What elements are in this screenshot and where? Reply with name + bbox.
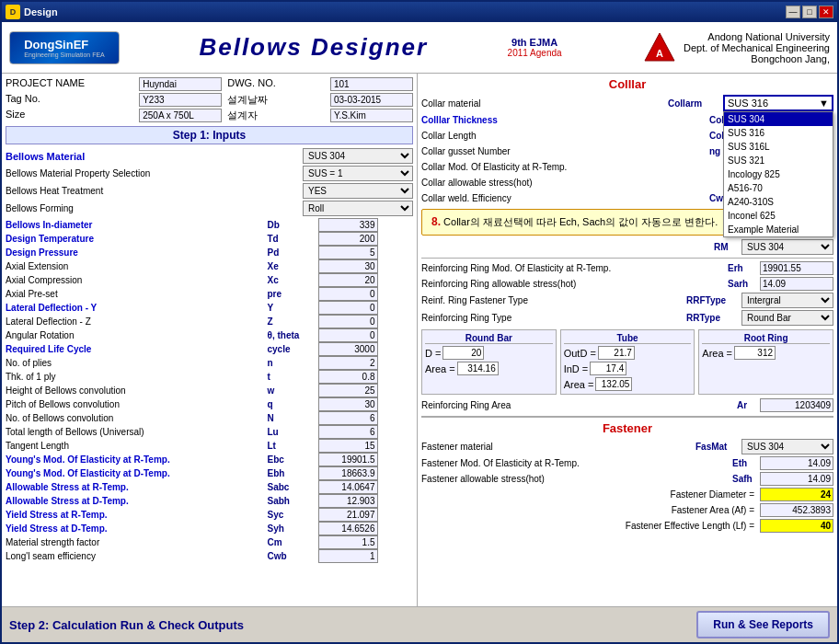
input-field-15[interactable] <box>318 425 378 439</box>
input-field-12[interactable] <box>318 384 378 397</box>
collar-option-sus316l[interactable]: SUS 316L <box>724 140 833 154</box>
input-field-24[interactable] <box>318 549 378 563</box>
input-sym-13: q <box>268 397 318 411</box>
input-field-1[interactable] <box>318 232 378 246</box>
input-val-cell-9 <box>318 342 414 356</box>
input-label-8: Angular Rotation <box>6 328 268 342</box>
input-field-17[interactable] <box>318 453 378 466</box>
fastener-type-select[interactable]: Intergral <box>741 293 833 308</box>
fastener-diameter-input[interactable] <box>760 488 833 501</box>
ring-allowable-label: Reinforcing Ring allowable stress(hot) <box>421 279 728 289</box>
collar-option-example[interactable]: Example Material <box>724 223 833 236</box>
fastener-allowable-input[interactable] <box>760 472 833 486</box>
designer-label: 설계날짜 <box>227 93 325 107</box>
ring-elasticity-sym: Erh <box>728 263 760 273</box>
tube-outd-input[interactable] <box>598 346 635 360</box>
table-row: Long'l seam efficiency Cwb <box>6 549 413 563</box>
fastener-elasticity-row: Fastener Mod. Of Elasticity at R-Temp. E… <box>421 456 833 470</box>
input-field-13[interactable] <box>318 397 378 411</box>
collar-material-row: Collar material Collarm SUS 316 ▼ SUS 30… <box>421 95 833 111</box>
close-button[interactable]: ✕ <box>819 6 833 18</box>
bellows-heat-select[interactable]: YES <box>303 183 413 199</box>
input-field-16[interactable] <box>318 439 378 453</box>
input-field-9[interactable] <box>318 342 378 356</box>
input-label-3: Axial Extension <box>6 259 268 273</box>
input-sym-17: Ebc <box>268 453 318 466</box>
input-sym-19: Sabc <box>268 480 318 494</box>
ring-type-select[interactable]: Round Bar <box>741 310 833 326</box>
table-row: Required Life Cycle cycle <box>6 342 413 356</box>
input-val-cell-3 <box>318 259 414 273</box>
app-icon: D <box>6 5 20 19</box>
bellows-prop-row: Bellows Material Property Selection SUS … <box>6 166 413 181</box>
input-val-cell-20 <box>318 494 414 508</box>
collar-option-inconel[interactable]: Inconel 625 <box>724 209 833 223</box>
fastener-efflength-input[interactable] <box>760 519 833 533</box>
bellows-prop-select[interactable]: SUS = 1 <box>303 166 413 181</box>
input-val-cell-15 <box>318 425 414 439</box>
collar-option-incology[interactable]: Incology 825 <box>724 167 833 181</box>
input-field-2[interactable] <box>318 246 378 259</box>
input-field-5[interactable] <box>318 287 378 301</box>
input-sym-6: Y <box>268 301 318 315</box>
input-val-cell-17 <box>318 453 414 466</box>
collar-option-a240[interactable]: A240-310S <box>724 195 833 209</box>
input-field-19[interactable] <box>318 480 378 494</box>
input-field-21[interactable] <box>318 508 378 522</box>
bellows-heat-label: Bellows Heat Treatment <box>6 186 303 196</box>
bellows-material-select[interactable]: SUS 304 <box>303 148 413 164</box>
input-label-13: Pitch of Bellows convolution <box>6 397 268 411</box>
ring-area-input[interactable] <box>760 398 833 412</box>
window-title: Design <box>24 6 58 17</box>
collar-rm-select[interactable]: SUS 304 <box>741 239 833 255</box>
input-field-10[interactable] <box>318 356 378 370</box>
input-field-8[interactable] <box>318 328 378 342</box>
input-field-6[interactable] <box>318 301 378 315</box>
input-field-20[interactable] <box>318 494 378 508</box>
fastener-elasticity-input[interactable] <box>760 456 833 470</box>
logo-image: DongSinEF Engineering Simulation FEA <box>9 31 120 64</box>
input-field-23[interactable] <box>318 535 378 549</box>
bellows-forming-select[interactable]: Roll <box>303 201 413 216</box>
tube-ind-input[interactable] <box>590 362 626 375</box>
input-field-4[interactable] <box>318 273 378 287</box>
input-field-14[interactable] <box>318 411 378 425</box>
dwg-input[interactable] <box>330 77 413 91</box>
collar-title: Colllar <box>421 77 833 91</box>
table-row: Height of Bellows convolution w <box>6 384 413 397</box>
root-area-input[interactable] <box>734 346 776 360</box>
fastener-material-select[interactable]: SUS 304 <box>741 439 833 454</box>
collar-option-sus316[interactable]: SUS 316 <box>724 126 833 140</box>
ejma-info: 9th EJMA 2011 Agenda <box>508 37 562 58</box>
proj-name-input[interactable] <box>139 77 222 91</box>
tube-ind-row: InD = <box>564 362 692 375</box>
minimize-button[interactable]: — <box>786 6 800 18</box>
tube-col: Tube OutD = InD = Area = <box>560 329 695 395</box>
collar-option-a516[interactable]: A516-70 <box>724 181 833 195</box>
tag-input[interactable] <box>139 93 222 107</box>
collar-option-sus321[interactable]: SUS 321 <box>724 154 833 167</box>
fastener-area-input[interactable] <box>760 503 833 517</box>
input-field-11[interactable] <box>318 370 378 384</box>
collar-option-sus304[interactable]: SUS 304 <box>724 112 833 126</box>
tube-title: Tube <box>564 333 692 344</box>
tube-area-input[interactable] <box>595 377 632 391</box>
input-field-18[interactable] <box>318 466 378 480</box>
input-label-2: Design Pressure <box>6 246 268 259</box>
maximize-button[interactable]: □ <box>802 6 817 18</box>
size-input[interactable] <box>139 109 222 122</box>
input-field-3[interactable] <box>318 259 378 273</box>
input-field-0[interactable] <box>318 218 378 232</box>
input-field-22[interactable] <box>318 522 378 535</box>
ring-elasticity-label: Reinforcing Ring Mod. Of Elasticity at R… <box>421 263 728 273</box>
ring-elasticity-input[interactable] <box>760 261 833 275</box>
rb-d-input[interactable] <box>442 346 484 360</box>
run-button[interactable]: Run & See Reports <box>696 611 830 638</box>
designer2-input[interactable] <box>330 109 413 122</box>
ring-allowable-input[interactable] <box>760 277 833 291</box>
collar-material-selected[interactable]: SUS 316 ▼ <box>723 95 833 111</box>
input-field-7[interactable] <box>318 315 378 328</box>
rb-area-input[interactable] <box>457 362 499 375</box>
designer-input[interactable] <box>330 93 413 107</box>
fastener-material-row: Fastener material FasMat SUS 304 <box>421 439 833 454</box>
